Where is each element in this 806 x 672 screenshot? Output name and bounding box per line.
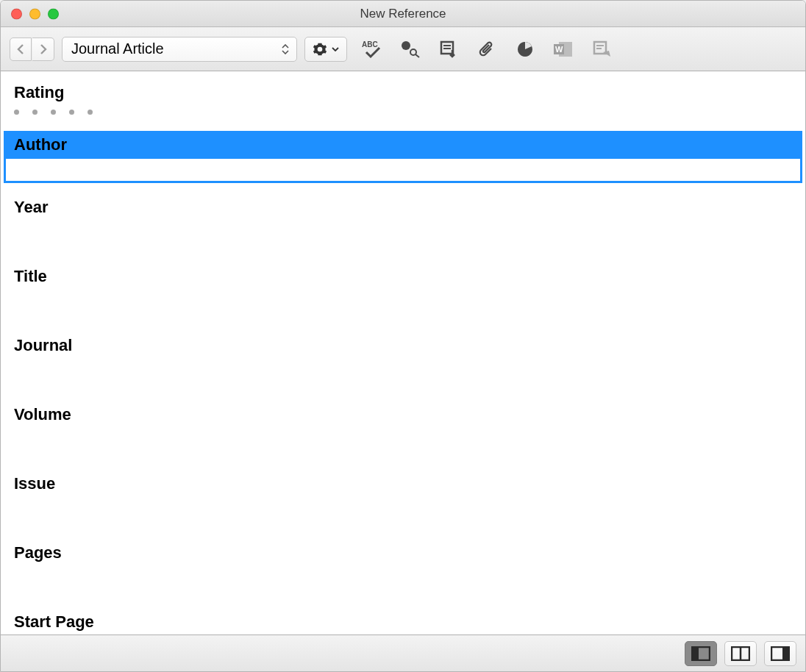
spellcheck-icon: ABC [362,40,382,59]
journal-input-area[interactable] [1,360,805,393]
word-icon: W [553,40,574,58]
field-year[interactable]: Year [1,186,805,255]
field-title[interactable]: Title [1,255,805,324]
year-input-area[interactable] [1,221,805,255]
chart-icon [516,40,534,58]
rating-dot[interactable] [69,110,74,115]
svg-text:ABC: ABC [362,40,378,49]
options-menu-button[interactable] [304,37,347,62]
zoom-window-button[interactable] [48,8,59,19]
field-label-start-page: Start Page [1,604,805,635]
pages-input-area[interactable] [1,567,805,601]
reference-type-value: Journal Article [71,40,164,57]
rating-dot[interactable] [32,110,38,115]
layout-toggle-right[interactable] [764,641,796,666]
svg-rect-14 [692,647,699,660]
field-label-author[interactable]: Author [4,131,802,159]
chevron-down-icon [332,47,339,51]
author-input[interactable] [6,159,800,181]
bottom-toolbar [1,635,805,671]
word-button[interactable]: W [553,39,574,60]
layout-split-icon [731,646,750,661]
volume-input-area[interactable] [1,429,805,462]
field-label-pages: Pages [1,535,805,567]
lookup-icon [401,40,420,58]
toolbar-actions: ABC [362,39,612,60]
field-label-volume: Volume [1,396,805,429]
svg-rect-18 [782,647,789,660]
field-label-issue: Issue [1,465,805,498]
field-journal[interactable]: Journal [1,324,805,393]
nav-forward-button[interactable] [32,37,54,61]
layout-toggle-left[interactable] [685,641,717,666]
author-input-frame [4,159,802,183]
rating-dot[interactable] [14,110,19,115]
reference-type-select[interactable]: Journal Article [62,37,297,62]
field-label-journal: Journal [1,327,805,360]
lookup-button[interactable] [400,39,421,60]
chevron-right-icon [39,43,48,55]
export-icon [440,40,457,58]
traffic-lights [11,8,59,19]
layout-left-icon [691,646,710,661]
nav-buttons [10,37,54,61]
field-label-rating: Rating [1,74,805,107]
paperclip-icon [478,40,496,59]
field-label-year: Year [1,189,805,221]
svg-point-1 [402,41,410,50]
titlebar: New Reference [1,1,805,27]
select-stepper-icon [282,44,289,54]
field-label-title: Title [1,258,805,290]
field-volume[interactable]: Volume [1,393,805,462]
nav-back-button[interactable] [10,37,32,61]
attach-button[interactable] [477,39,497,60]
minimize-window-button[interactable] [29,8,40,19]
new-reference-window: New Reference Journal Article A [0,0,806,672]
toolbar: Journal Article ABC [1,27,805,71]
gear-icon [313,42,327,57]
update-icon [593,40,610,58]
field-pages[interactable]: Pages [1,532,805,601]
field-rating: Rating [1,71,805,128]
field-start-page[interactable]: Start Page [1,601,805,635]
rating-dot[interactable] [51,110,56,115]
update-button[interactable] [591,39,612,60]
issue-input-area[interactable] [1,498,805,532]
rating-control[interactable] [1,107,805,128]
svg-text:W: W [555,45,563,54]
layout-right-icon [771,646,790,661]
layout-toggle-split[interactable] [724,641,757,666]
field-issue[interactable]: Issue [1,462,805,532]
rating-dot[interactable] [88,110,93,115]
window-title: New Reference [1,7,805,21]
close-window-button[interactable] [11,8,22,19]
title-input-area[interactable] [1,290,805,324]
chevron-left-icon [16,43,25,55]
svg-point-2 [410,49,416,55]
svg-line-3 [416,54,419,57]
fields-area[interactable]: Rating Author Year Title Journal [1,71,805,635]
chart-button[interactable] [515,39,535,60]
field-author: Author [1,128,805,183]
spellcheck-button[interactable]: ABC [362,39,382,60]
export-button[interactable] [438,39,459,60]
